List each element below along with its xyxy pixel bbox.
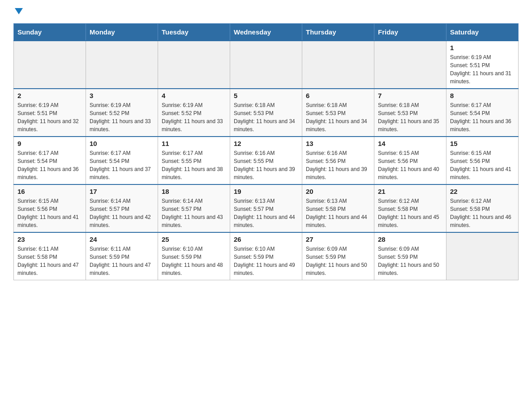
day-number: 3 xyxy=(90,92,154,99)
day-number: 16 xyxy=(17,188,82,195)
calendar-day-cell xyxy=(374,41,446,89)
day-number: 15 xyxy=(450,140,515,147)
day-number: 7 xyxy=(378,92,442,99)
calendar-day-cell: 21Sunrise: 6:12 AMSunset: 5:58 PMDayligh… xyxy=(374,184,446,232)
calendar-day-cell: 14Sunrise: 6:15 AMSunset: 5:56 PMDayligh… xyxy=(374,137,446,184)
day-number: 5 xyxy=(234,92,298,99)
calendar-day-cell: 15Sunrise: 6:15 AMSunset: 5:56 PMDayligh… xyxy=(446,137,519,184)
calendar-day-cell xyxy=(158,41,230,89)
calendar-day-cell xyxy=(302,41,374,89)
day-info: Sunrise: 6:18 AMSunset: 5:53 PMDaylight:… xyxy=(234,101,298,133)
day-info: Sunrise: 6:14 AMSunset: 5:57 PMDaylight:… xyxy=(90,197,154,229)
day-info: Sunrise: 6:18 AMSunset: 5:53 PMDaylight:… xyxy=(306,101,370,133)
day-number: 17 xyxy=(90,188,154,195)
calendar-day-cell: 20Sunrise: 6:13 AMSunset: 5:58 PMDayligh… xyxy=(302,184,374,232)
calendar-day-cell: 2Sunrise: 6:19 AMSunset: 5:51 PMDaylight… xyxy=(14,89,86,137)
day-number: 11 xyxy=(162,140,226,147)
calendar-day-cell: 7Sunrise: 6:18 AMSunset: 5:53 PMDaylight… xyxy=(374,89,446,137)
calendar-day-cell: 10Sunrise: 6:17 AMSunset: 5:54 PMDayligh… xyxy=(86,137,158,184)
day-number: 18 xyxy=(162,188,226,195)
day-info: Sunrise: 6:10 AMSunset: 5:59 PMDaylight:… xyxy=(162,245,226,277)
calendar-day-cell: 8Sunrise: 6:17 AMSunset: 5:54 PMDaylight… xyxy=(446,89,519,137)
page-header xyxy=(13,9,519,15)
calendar-day-cell: 27Sunrise: 6:09 AMSunset: 5:59 PMDayligh… xyxy=(302,232,374,280)
day-info: Sunrise: 6:15 AMSunset: 5:56 PMDaylight:… xyxy=(450,149,515,181)
calendar-day-cell xyxy=(446,232,519,280)
calendar-header-saturday: Saturday xyxy=(446,24,519,41)
calendar-header-monday: Monday xyxy=(86,24,158,41)
day-info: Sunrise: 6:16 AMSunset: 5:56 PMDaylight:… xyxy=(306,149,370,181)
day-info: Sunrise: 6:18 AMSunset: 5:53 PMDaylight:… xyxy=(378,101,442,133)
day-number: 25 xyxy=(162,235,226,243)
calendar-week-row: 2Sunrise: 6:19 AMSunset: 5:51 PMDaylight… xyxy=(14,89,519,137)
day-number: 24 xyxy=(90,235,154,243)
day-info: Sunrise: 6:14 AMSunset: 5:57 PMDaylight:… xyxy=(162,197,226,229)
day-number: 10 xyxy=(90,140,154,147)
day-info: Sunrise: 6:10 AMSunset: 5:59 PMDaylight:… xyxy=(234,245,298,277)
day-info: Sunrise: 6:13 AMSunset: 5:58 PMDaylight:… xyxy=(306,197,370,229)
calendar-day-cell xyxy=(14,41,86,89)
day-info: Sunrise: 6:17 AMSunset: 5:54 PMDaylight:… xyxy=(450,101,515,133)
day-number: 22 xyxy=(450,188,515,195)
calendar-day-cell: 12Sunrise: 6:16 AMSunset: 5:55 PMDayligh… xyxy=(230,137,302,184)
calendar-day-cell xyxy=(230,41,302,89)
logo-arrow-icon xyxy=(15,8,23,14)
day-number: 28 xyxy=(378,235,442,243)
day-info: Sunrise: 6:09 AMSunset: 5:59 PMDaylight:… xyxy=(378,245,442,277)
day-number: 12 xyxy=(234,140,298,147)
day-number: 2 xyxy=(17,92,82,99)
calendar-week-row: 16Sunrise: 6:15 AMSunset: 5:56 PMDayligh… xyxy=(14,184,519,232)
calendar-day-cell: 17Sunrise: 6:14 AMSunset: 5:57 PMDayligh… xyxy=(86,184,158,232)
day-info: Sunrise: 6:19 AMSunset: 5:52 PMDaylight:… xyxy=(90,101,154,133)
calendar-day-cell: 24Sunrise: 6:11 AMSunset: 5:59 PMDayligh… xyxy=(86,232,158,280)
day-info: Sunrise: 6:17 AMSunset: 5:54 PMDaylight:… xyxy=(17,149,82,181)
calendar-day-cell: 11Sunrise: 6:17 AMSunset: 5:55 PMDayligh… xyxy=(158,137,230,184)
day-number: 6 xyxy=(306,92,370,99)
logo xyxy=(13,9,23,15)
calendar-day-cell: 9Sunrise: 6:17 AMSunset: 5:54 PMDaylight… xyxy=(14,137,86,184)
day-info: Sunrise: 6:11 AMSunset: 5:59 PMDaylight:… xyxy=(90,245,154,277)
calendar-week-row: 23Sunrise: 6:11 AMSunset: 5:58 PMDayligh… xyxy=(14,232,519,280)
calendar-header-wednesday: Wednesday xyxy=(230,24,302,41)
day-number: 8 xyxy=(450,92,515,99)
calendar-day-cell xyxy=(86,41,158,89)
day-number: 14 xyxy=(378,140,442,147)
calendar-day-cell: 13Sunrise: 6:16 AMSunset: 5:56 PMDayligh… xyxy=(302,137,374,184)
calendar-header-row: SundayMondayTuesdayWednesdayThursdayFrid… xyxy=(14,24,519,41)
calendar-day-cell: 22Sunrise: 6:12 AMSunset: 5:58 PMDayligh… xyxy=(446,184,519,232)
day-number: 20 xyxy=(306,188,370,195)
day-number: 27 xyxy=(306,235,370,243)
calendar-header-thursday: Thursday xyxy=(302,24,374,41)
day-number: 13 xyxy=(306,140,370,147)
calendar-header-friday: Friday xyxy=(374,24,446,41)
day-number: 1 xyxy=(450,44,515,51)
day-number: 4 xyxy=(162,92,226,99)
calendar-day-cell: 25Sunrise: 6:10 AMSunset: 5:59 PMDayligh… xyxy=(158,232,230,280)
day-number: 26 xyxy=(234,235,298,243)
calendar-day-cell: 4Sunrise: 6:19 AMSunset: 5:52 PMDaylight… xyxy=(158,89,230,137)
day-info: Sunrise: 6:15 AMSunset: 5:56 PMDaylight:… xyxy=(17,197,82,229)
calendar-table: SundayMondayTuesdayWednesdayThursdayFrid… xyxy=(13,23,519,280)
day-number: 19 xyxy=(234,188,298,195)
day-info: Sunrise: 6:09 AMSunset: 5:59 PMDaylight:… xyxy=(306,245,370,277)
day-info: Sunrise: 6:13 AMSunset: 5:57 PMDaylight:… xyxy=(234,197,298,229)
calendar-day-cell: 1Sunrise: 6:19 AMSunset: 5:51 PMDaylight… xyxy=(446,41,519,89)
calendar-header-sunday: Sunday xyxy=(14,24,86,41)
day-info: Sunrise: 6:19 AMSunset: 5:51 PMDaylight:… xyxy=(17,101,82,133)
day-info: Sunrise: 6:15 AMSunset: 5:56 PMDaylight:… xyxy=(378,149,442,181)
day-info: Sunrise: 6:12 AMSunset: 5:58 PMDaylight:… xyxy=(378,197,442,229)
calendar-header-tuesday: Tuesday xyxy=(158,24,230,41)
day-info: Sunrise: 6:19 AMSunset: 5:51 PMDaylight:… xyxy=(450,53,515,86)
day-number: 23 xyxy=(17,235,82,243)
calendar-day-cell: 5Sunrise: 6:18 AMSunset: 5:53 PMDaylight… xyxy=(230,89,302,137)
calendar-week-row: 1Sunrise: 6:19 AMSunset: 5:51 PMDaylight… xyxy=(14,41,519,89)
calendar-day-cell: 3Sunrise: 6:19 AMSunset: 5:52 PMDaylight… xyxy=(86,89,158,137)
calendar-day-cell: 26Sunrise: 6:10 AMSunset: 5:59 PMDayligh… xyxy=(230,232,302,280)
calendar-day-cell: 28Sunrise: 6:09 AMSunset: 5:59 PMDayligh… xyxy=(374,232,446,280)
day-info: Sunrise: 6:12 AMSunset: 5:58 PMDaylight:… xyxy=(450,197,515,229)
day-info: Sunrise: 6:11 AMSunset: 5:58 PMDaylight:… xyxy=(17,245,82,277)
day-info: Sunrise: 6:16 AMSunset: 5:55 PMDaylight:… xyxy=(234,149,298,181)
calendar-day-cell: 16Sunrise: 6:15 AMSunset: 5:56 PMDayligh… xyxy=(14,184,86,232)
calendar-day-cell: 19Sunrise: 6:13 AMSunset: 5:57 PMDayligh… xyxy=(230,184,302,232)
calendar-day-cell: 6Sunrise: 6:18 AMSunset: 5:53 PMDaylight… xyxy=(302,89,374,137)
